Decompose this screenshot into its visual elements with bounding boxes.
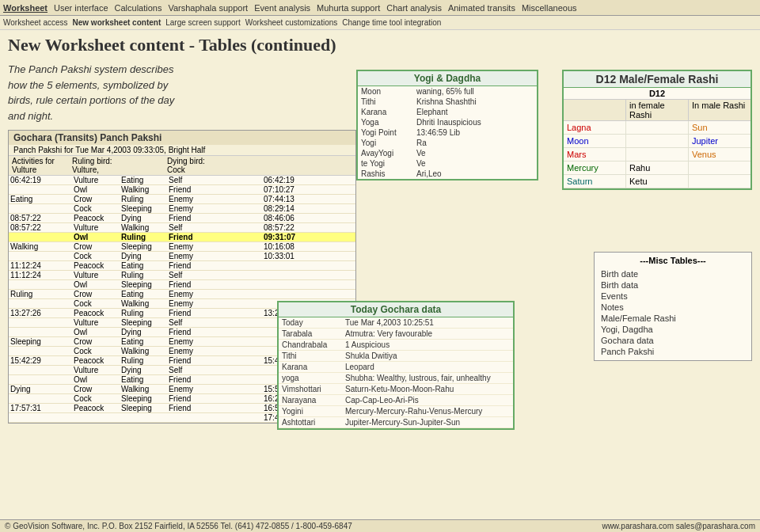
gochara-cell [9,394,72,403]
misc-panel-title: ---Misc Tables--- [601,256,745,265]
d12-mars-female [626,148,689,161]
gochara-cell: Peacock [72,309,120,317]
menu-event-analysis[interactable]: Event analysis [254,3,310,13]
gochara-cell: Self [167,366,215,374]
yogi-value: Ari,Leo [416,169,442,178]
yogi-value: Ve [416,149,426,158]
d12-moon: Moon [564,135,626,147]
today-row: Today Tue Mar 4,2003 10:25:51 [279,317,513,329]
gochara-cell: Self [167,176,215,184]
gochara-cell: Friend [167,356,215,365]
menu-worksheet[interactable]: Worksheet [3,3,48,13]
gochara-row: Cock Sleeping Enemy 08:29:14 [9,204,355,214]
gochara-cell: 17:57:31 [9,404,72,412]
today-row: Tithi Shukla Dwitiya [279,351,513,362]
gochara-cell [9,299,72,308]
yogi-label: Tithi [361,97,416,106]
d12-row: Moon Jupiter [564,135,750,148]
misc-item-male-female-rashi[interactable]: Male/Female Rashi [601,313,745,324]
today-label: Karana [282,363,345,371]
menu-varshaphala[interactable]: Varshaphala support [168,3,248,13]
gochara-cell: Crow [72,290,120,298]
d12-mars: Mars [564,148,626,161]
today-label: Ashtottari [282,418,345,427]
misc-item-birth-data[interactable]: Birth data [601,279,745,291]
misc-item-events[interactable]: Events [601,291,745,302]
second-menu-new-content[interactable]: New worksheet content [73,18,162,27]
menu-chart-analysis[interactable]: Chart analysis [386,3,442,13]
gochara-cell [215,299,262,308]
gochara-cell [215,375,262,384]
gochara-cell: Crow [72,242,120,251]
gochara-row: Ruling Crow Eating Enemy [9,290,355,299]
misc-item-notes[interactable]: Notes [601,302,745,313]
gochara-cell [215,404,262,412]
second-menu-access[interactable]: Worksheet access [3,18,68,27]
today-label: Chandrabala [282,340,345,349]
gochara-cell: Vulture [72,271,120,279]
gochara-cell: Friend [167,375,215,384]
menu-calculations[interactable]: Calculations [115,3,162,13]
second-menu-change-time[interactable]: Change time tool integration [342,18,441,27]
gochara-cell: 07:10:27 [262,185,317,194]
d12-col-header-label: D12 [564,88,750,99]
gochara-cell: Friend [167,185,215,194]
gochara-cell: 06:42:19 [262,176,317,184]
gochara-cell: 09:31:07 [262,233,317,241]
gochara-cell: Eating [120,261,167,270]
gochara-cell [215,233,262,241]
yogi-label: Yoga [361,118,416,127]
gochara-cell: Crow [72,337,120,346]
today-value: Shubha: Wealthy, lustrous, fair, unhealt… [345,374,510,382]
today-row: Chandrabala 1 Auspicious [279,340,513,351]
gochara-header-col0: Activities for Vulture [9,157,72,174]
gochara-row: 06:42:19 Vulture Eating Self 06:42:19 [9,176,355,185]
gochara-cell: Friend [167,328,215,336]
second-menu-large-screen[interactable]: Large screen support [165,18,241,27]
gochara-cell: Vulture [72,318,120,327]
gochara-cell [9,233,72,241]
misc-item-birth-date[interactable]: Birth date [601,268,745,279]
today-row: Karana Leopard [279,362,513,373]
misc-item-yogi-dagdha[interactable]: Yogi, Dagdha [601,324,745,335]
gochara-cell: Vulture [72,223,120,232]
gochara-cell: Enemy [167,299,215,308]
today-row: Ashtottari Jupiter-Mercury-Sun-Jupiter-S… [279,417,513,428]
second-menu-customizations[interactable]: Worksheet customizations [245,18,338,27]
gochara-row: 11:12:24 Vulture Ruling Self [9,271,355,280]
gochara-cell: Enemy [167,252,215,260]
gochara-cell: Self [167,271,215,279]
yogi-value: Ve [416,159,426,168]
gochara-cell [120,413,167,422]
gochara-cell: Eating [9,195,72,203]
gochara-cell: 11:12:24 [9,261,72,270]
yogi-row: Rashis Ari,Leo [358,169,537,179]
gochara-cell: Cock [72,299,120,308]
gochara-cell: 07:44:13 [262,195,317,203]
gochara-cell: Enemy [167,242,215,251]
gochara-cell: Walking [120,185,167,194]
yogi-value: Ra [416,139,427,147]
misc-item-gochara-data[interactable]: Gochara data [601,335,745,346]
gochara-cell: Enemy [167,385,215,393]
gochara-cell: 10:33:01 [262,252,317,260]
gochara-cell: Ruling [120,233,167,241]
gochara-cell: Ruling [9,290,72,298]
gochara-cell: Owl [72,375,120,384]
gochara-cell [215,366,262,374]
yogi-value: Krishna Shashthi [416,97,477,106]
menu-miscellaneous[interactable]: Miscellaneous [522,3,577,13]
menu-user-interface[interactable]: User interface [54,3,108,13]
gochara-cell: Owl [72,233,120,241]
gochara-cell: Eating [120,176,167,184]
today-label: Tithi [282,352,345,360]
menu-muhurta[interactable]: Muhurta support [317,3,380,13]
menu-animated-transits[interactable]: Animated transits [448,3,515,13]
gochara-cell: Walking [120,385,167,393]
gochara-cell: Sleeping [9,337,72,346]
today-row: Tarabala Atmutra: Very favourable [279,329,513,340]
d12-col-header: D12 [564,88,750,100]
misc-item-panch-pakshi[interactable]: Panch Pakshi [601,346,745,357]
gochara-row: 11:12:24 Peacock Eating Friend [9,261,355,271]
gochara-cell: Friend [167,394,215,403]
